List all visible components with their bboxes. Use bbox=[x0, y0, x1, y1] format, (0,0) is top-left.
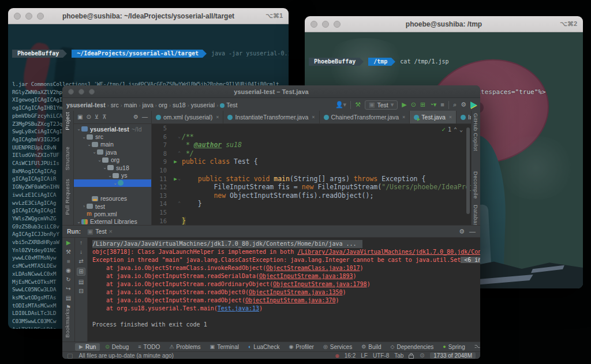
tree-row[interactable] bbox=[74, 187, 151, 194]
close-icon[interactable]: × bbox=[109, 228, 113, 235]
run-button[interactable]: ▶ bbox=[402, 102, 406, 108]
debug-button[interactable]: ⊙ bbox=[411, 102, 416, 108]
stack-trace-link[interactable]: Test.java:13 bbox=[218, 305, 259, 312]
coverage-button[interactable]: ⊞ bbox=[420, 102, 425, 108]
run-gutter-icon[interactable]: ▶ bbox=[174, 159, 177, 164]
tree-row[interactable]: ⌄su18 bbox=[74, 164, 151, 171]
fold-icon[interactable]: ⌃ bbox=[178, 149, 181, 158]
chevron-icon[interactable]: ⌄ bbox=[107, 173, 113, 178]
breadcrumb-item[interactable]: src bbox=[111, 102, 119, 108]
toolwindow-button-spring[interactable]: ●Spring bbox=[439, 343, 469, 351]
toolwindow-button-terminal[interactable]: ▣Terminal bbox=[206, 343, 243, 351]
restart-icon[interactable]: ↻ bbox=[66, 277, 70, 283]
code-editor[interactable]: 56⌄/**7 * @author su188⌃ */9▶public clas… bbox=[152, 124, 471, 225]
soft-wrap-icon[interactable]: ⇄ bbox=[78, 258, 83, 264]
toolwindow-button-services[interactable]: ◎Services bbox=[319, 343, 356, 351]
breadcrumb-item[interactable]: main bbox=[124, 102, 137, 108]
toolwindow-button-build[interactable]: ⚙Build bbox=[357, 343, 385, 351]
sidebar-item-structure[interactable]: Structure bbox=[64, 147, 70, 170]
breadcrumb-item[interactable]: ysuserial bbox=[191, 102, 215, 108]
layout-icon[interactable]: ▤ bbox=[66, 295, 71, 301]
stack-trace-link[interactable]: ObjectInputStream.java:1350 bbox=[249, 289, 343, 295]
sidebar-item-decompile[interactable]: Decompile bbox=[473, 171, 479, 199]
expand-all-icon[interactable]: ⊻ bbox=[95, 114, 99, 120]
line-separator[interactable]: LF bbox=[361, 352, 368, 359]
tree-row[interactable]: resources bbox=[74, 195, 151, 202]
locate-icon[interactable]: ⊙ bbox=[86, 114, 91, 120]
toolwindow-button-problems[interactable]: ⚠Problems bbox=[165, 343, 204, 351]
close-icon[interactable]: × bbox=[312, 114, 315, 120]
settings-gear-icon[interactable]: ⚙ bbox=[459, 228, 465, 235]
breadcrumb-item[interactable]: Test bbox=[220, 102, 237, 108]
tree-row[interactable]: ⌄ys bbox=[74, 171, 151, 179]
tree-row[interactable]: ⌄src bbox=[74, 133, 151, 140]
profile-icon[interactable]: 👤▾ bbox=[335, 102, 346, 108]
tree-row[interactable]: ⌄main bbox=[74, 141, 151, 148]
hide-icon[interactable]: — bbox=[469, 228, 476, 235]
up-stack-icon[interactable]: ↑ bbox=[80, 240, 83, 246]
hide-icon[interactable]: — bbox=[142, 114, 148, 120]
file-encoding[interactable]: UTF-8 bbox=[373, 352, 389, 359]
profiler-button[interactable]: ◔▾ bbox=[429, 102, 436, 108]
toolwindow-button-dependencies[interactable]: ◇Dependencies bbox=[386, 343, 437, 351]
chevron-icon[interactable]: ⌄ bbox=[76, 126, 81, 132]
chevron-icon[interactable]: ⌄ bbox=[81, 134, 87, 140]
fold-icon[interactable]: ⌃ bbox=[178, 200, 181, 208]
caret-position[interactable]: 16:2 bbox=[345, 352, 356, 359]
fold-icon[interactable]: ⌄ bbox=[178, 175, 181, 183]
chevron-icon[interactable]: › bbox=[81, 204, 87, 209]
toolwindow-button-profiler[interactable]: ◉Profiler bbox=[285, 343, 318, 351]
toolwindow-button-todo[interactable]: ≡TODO bbox=[134, 343, 164, 351]
stop-button[interactable]: ■ bbox=[440, 102, 444, 108]
ide-titlebar[interactable]: ysuserial-test – Test.java bbox=[62, 85, 480, 98]
chevron-icon[interactable]: ⌄ bbox=[97, 157, 102, 163]
editor-tab[interactable]: InvokerTransformer.java× bbox=[457, 111, 471, 123]
run-console[interactable]: /Library/Java/JavaVirtualMachines/jdk1.7… bbox=[88, 238, 480, 342]
tree-row[interactable]: ⌄java bbox=[74, 148, 151, 156]
fold-icon[interactable]: ⌄ bbox=[178, 133, 181, 141]
sidebar-item-github-copilot[interactable]: GitHub Copilot bbox=[473, 113, 479, 151]
close-icon[interactable]: × bbox=[449, 114, 452, 120]
stack-trace-link[interactable]: ObjectInputStream.java:370 bbox=[245, 297, 336, 303]
close-icon[interactable]: × bbox=[402, 114, 405, 120]
scroll-to-end-icon[interactable]: ⊞ bbox=[77, 268, 85, 276]
tree-row[interactable]: ⌄ bbox=[74, 179, 151, 187]
settings-gear-icon[interactable]: ⚙ bbox=[133, 114, 139, 120]
stack-trace-link[interactable]: /Library/Java/JavaVirtualMachines/jdk1.7… bbox=[297, 249, 480, 255]
print-icon[interactable]: ▤ bbox=[78, 279, 84, 285]
stack-trace-link[interactable]: ObjectInputStream.java:1798 bbox=[273, 281, 367, 287]
editor-scrollbar[interactable] bbox=[466, 127, 470, 214]
chevron-icon[interactable]: ⌄ bbox=[102, 165, 107, 170]
tree-row[interactable]: ›test bbox=[74, 202, 151, 210]
editor-tab[interactable]: om.xml (ysuserial)× bbox=[152, 111, 223, 123]
select-opened-file-icon[interactable]: ▣ bbox=[77, 114, 83, 120]
settings-gear-icon[interactable]: ⚙ bbox=[461, 102, 466, 108]
chevron-icon[interactable]: ⌄ bbox=[76, 219, 81, 224]
toolwindow-button-luacheck[interactable]: ◐LuaCheck bbox=[244, 343, 283, 351]
settings-heart-icon[interactable]: ⚙ bbox=[419, 352, 425, 359]
tree-row[interactable]: ⌄ysuserial-test~/Id bbox=[74, 125, 151, 133]
toolwindow-button-debug[interactable]: ⊙Debug bbox=[101, 343, 133, 351]
collapse-all-icon[interactable]: ⊼ bbox=[102, 114, 106, 120]
chevron-icon[interactable]: ⌄ bbox=[87, 142, 92, 147]
tree-row[interactable]: mpom.xml bbox=[74, 210, 151, 217]
breadcrumb-item[interactable]: su18 bbox=[173, 102, 186, 108]
sidebar-item-pull-requests[interactable]: Pull Requests bbox=[64, 179, 70, 215]
run-configuration-select[interactable]: ▣Test▾ bbox=[365, 100, 398, 110]
sidebar-item-project[interactable]: Project bbox=[64, 112, 70, 130]
tree-row[interactable]: ⌄External Libraries bbox=[74, 218, 151, 225]
dump-threads-icon[interactable]: ◉ bbox=[66, 268, 71, 273]
chevron-icon[interactable]: ⌄ bbox=[113, 181, 118, 186]
down-stack-icon[interactable]: ↓ bbox=[80, 249, 83, 255]
chevron-icon[interactable]: ⌄ bbox=[92, 149, 97, 155]
rerun-button[interactable]: ▶ bbox=[66, 240, 71, 246]
lock-icon[interactable] bbox=[409, 355, 414, 359]
toolwindow-button-run[interactable]: ▶Run bbox=[75, 343, 100, 351]
terminal-right-titlebar[interactable]: phoebe@sushiba: /tmp ⌥⌘2 bbox=[305, 16, 583, 32]
editor-tab[interactable]: Test.java× bbox=[410, 111, 457, 123]
stop-button[interactable]: ■ bbox=[66, 258, 70, 264]
inspections-widget[interactable]: ✓ 1 ⌃ ⌄ bbox=[442, 126, 463, 134]
edit-configurations-icon[interactable]: ⚒ bbox=[66, 249, 71, 255]
run-tab[interactable]: ▣ Test × bbox=[84, 227, 115, 235]
search-icon[interactable]: ⌕ bbox=[453, 102, 457, 108]
